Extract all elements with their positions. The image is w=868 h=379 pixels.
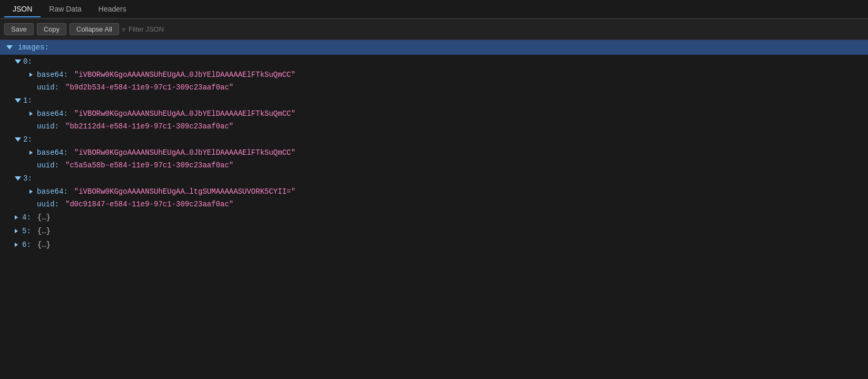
- item-5-index: 5:: [22, 227, 31, 235]
- root-images-row[interactable]: images:: [0, 40, 868, 55]
- collapse-0-icon: [15, 59, 21, 64]
- item-3-uuid-key: uuid:: [37, 200, 59, 208]
- item-1-base64-row[interactable]: base64: "iVBORw0KGgoAAAANSUhEUgAA…0JbYEl…: [0, 107, 868, 120]
- item-1-base64-value: "iVBORw0KGgoAAAANSUhEUgAA…0JbYElDAAAAAEl…: [74, 109, 295, 118]
- item-0-uuid-value: "b9d2b534-e584-11e9-97c1-309c23aaf0ac": [65, 83, 233, 92]
- collapse-3-icon: [15, 176, 21, 181]
- item-1-index: 1:: [23, 96, 32, 105]
- expand-5-icon: [15, 229, 18, 233]
- item-1-row[interactable]: 1:: [0, 94, 868, 107]
- json-content: images: 0: base64: "iVBORw0KGgoAAAANSUhE…: [0, 40, 868, 252]
- filter-label: Filter JSON: [129, 25, 164, 33]
- expand-4-icon: [15, 215, 18, 220]
- copy-button[interactable]: Copy: [37, 23, 66, 35]
- item-0-uuid-key: uuid:: [37, 83, 59, 92]
- item-6-collapsed: {…}: [37, 241, 51, 249]
- item-1-uuid-key: uuid:: [37, 122, 59, 131]
- item-2-base64-key: base64:: [37, 148, 68, 157]
- item-1-uuid-value: "bb2112d4-e584-11e9-97c1-309c23aaf0ac": [65, 122, 233, 131]
- item-4-index: 4:: [22, 213, 31, 222]
- item-1-base64-key: base64:: [37, 109, 68, 118]
- item-2-uuid-row: uuid: "c5a5a58b-e584-11e9-97c1-309c23aaf…: [0, 159, 868, 172]
- item-0-base64-row[interactable]: base64: "iVBORw0KGgoAAAANSUhEUgAA…0JbYEl…: [0, 68, 868, 81]
- item-2-index: 2:: [23, 135, 32, 144]
- item-0-base64-key: base64:: [37, 71, 68, 79]
- item-1-uuid-row: uuid: "bb2112d4-e584-11e9-97c1-309c23aaf…: [0, 120, 868, 133]
- expand-6-icon: [15, 243, 18, 247]
- expand-1-base64-icon: [29, 112, 33, 116]
- collapse-images-icon: [6, 45, 13, 49]
- item-6-row[interactable]: 6: {…}: [0, 238, 868, 252]
- tab-raw-data[interactable]: Raw Data: [41, 2, 90, 16]
- filter-container: ▿ Filter JSON: [122, 25, 164, 33]
- item-0-row[interactable]: 0:: [0, 55, 868, 68]
- root-key: images:: [18, 43, 49, 52]
- item-2-base64-value: "iVBORw0KGgoAAAANSUhEUgAA…0JbYElDAAAAAEl…: [74, 148, 295, 157]
- item-2-uuid-value: "c5a5a58b-e584-11e9-97c1-309c23aaf0ac": [65, 161, 233, 169]
- tab-bar: JSON Raw Data Headers: [0, 0, 868, 19]
- item-0-uuid-row: uuid: "b9d2b534-e584-11e9-97c1-309c23aaf…: [0, 81, 868, 94]
- item-3-index: 3:: [23, 174, 32, 183]
- item-5-collapsed: {…}: [37, 227, 51, 235]
- item-0-index: 0:: [23, 57, 32, 66]
- item-3-uuid-row: uuid: "d0c91847-e584-11e9-97c1-309c23aaf…: [0, 198, 868, 211]
- tab-json[interactable]: JSON: [4, 2, 41, 17]
- item-6-index: 6:: [22, 241, 31, 249]
- item-4-row[interactable]: 4: {…}: [0, 211, 868, 224]
- item-3-base64-row[interactable]: base64: "iVBORw0KGgoAAAANSUhEUgAA…ltgSUM…: [0, 185, 868, 198]
- item-3-base64-value: "iVBORw0KGgoAAAANSUhEUgAA…ltgSUMAAAAASUV…: [74, 187, 295, 196]
- item-4-collapsed: {…}: [37, 213, 51, 222]
- collapse-1-icon: [15, 98, 21, 103]
- item-3-uuid-value: "d0c91847-e584-11e9-97c1-309c23aaf0ac": [65, 200, 233, 208]
- item-2-base64-row[interactable]: base64: "iVBORw0KGgoAAAANSUhEUgAA…0JbYEl…: [0, 146, 868, 159]
- item-2-row[interactable]: 2:: [0, 133, 868, 146]
- item-5-row[interactable]: 5: {…}: [0, 224, 868, 238]
- collapse-2-icon: [15, 137, 21, 142]
- expand-2-base64-icon: [29, 151, 33, 155]
- expand-3-base64-icon: [29, 190, 33, 194]
- toolbar: Save Copy Collapse All ▿ Filter JSON: [0, 19, 868, 40]
- expand-0-base64-icon: [29, 73, 33, 77]
- filter-icon: ▿: [122, 26, 125, 33]
- item-3-base64-key: base64:: [37, 187, 68, 196]
- item-0-base64-value: "iVBORw0KGgoAAAANSUhEUgAA…0JbYElDAAAAAEl…: [74, 71, 295, 79]
- item-3-row[interactable]: 3:: [0, 172, 868, 185]
- collapse-all-button[interactable]: Collapse All: [70, 23, 119, 35]
- item-2-uuid-key: uuid:: [37, 161, 59, 169]
- save-button[interactable]: Save: [4, 23, 34, 35]
- tab-headers[interactable]: Headers: [90, 2, 135, 16]
